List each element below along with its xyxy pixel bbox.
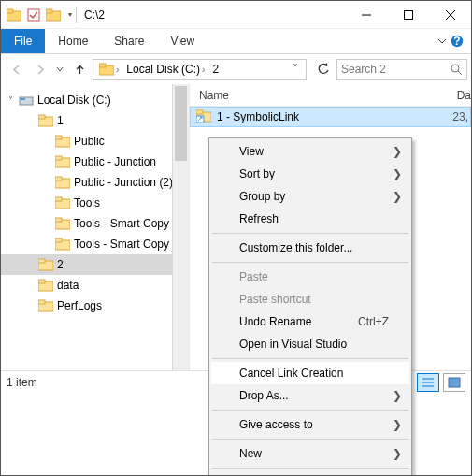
menu-item-label: Undo Rename xyxy=(239,315,311,328)
ribbon-expand[interactable]: ? xyxy=(430,29,471,53)
tree-item[interactable]: PerfLogs xyxy=(1,296,189,316)
menu-item[interactable]: Give access to❯ xyxy=(211,413,409,436)
folder-icon xyxy=(55,135,70,148)
folder-icon xyxy=(38,279,53,292)
svg-rect-4 xyxy=(46,9,52,13)
menu-item[interactable]: Open in Visual Studio xyxy=(211,333,409,355)
tree-item[interactable]: Public - Junction (2) xyxy=(1,172,189,193)
col-date[interactable]: Da xyxy=(457,89,471,102)
svg-rect-30 xyxy=(55,238,62,242)
crumb-drive[interactable]: Local Disk (C:) xyxy=(126,63,200,76)
svg-rect-43 xyxy=(449,378,460,387)
menu-item-label: Customize this folder... xyxy=(239,241,352,254)
tab-home[interactable]: Home xyxy=(45,29,101,53)
up-button[interactable] xyxy=(68,58,91,80)
folder-icon-small xyxy=(46,8,61,22)
search-icon xyxy=(451,64,463,76)
tree-item[interactable]: 2 xyxy=(1,254,189,275)
chevron-right-icon: ❯ xyxy=(393,145,402,158)
menu-item[interactable]: Properties xyxy=(211,471,409,476)
file-tab[interactable]: File xyxy=(1,29,45,53)
thumbnails-view-button[interactable] xyxy=(443,373,465,392)
scrollbar-thumb[interactable] xyxy=(175,86,187,161)
svg-rect-34 xyxy=(38,280,45,283)
close-button[interactable] xyxy=(429,1,471,29)
menu-separator xyxy=(212,410,408,411)
folder-icon xyxy=(55,155,70,168)
tree-item[interactable]: data xyxy=(1,275,189,296)
chevron-down-icon xyxy=(437,36,447,46)
svg-rect-32 xyxy=(38,259,45,263)
menu-item: Paste shortcut xyxy=(211,288,409,310)
collapse-icon[interactable]: ˅ xyxy=(8,95,13,106)
search-placeholder: Search 2 xyxy=(341,63,386,76)
svg-rect-12 xyxy=(99,64,106,67)
window-title: C:\2 xyxy=(80,8,105,22)
list-header[interactable]: Name Da xyxy=(190,84,471,107)
nav-tree[interactable]: ˅Local Disk (C:)1PublicPublic - Junction… xyxy=(1,84,190,370)
menu-item-label: Paste xyxy=(239,270,268,283)
menu-item[interactable]: Sort by❯ xyxy=(211,163,409,185)
chevron-right-icon: ❯ xyxy=(393,167,402,180)
menu-item[interactable]: Refresh xyxy=(211,208,409,230)
svg-rect-24 xyxy=(55,177,62,180)
list-row[interactable]: 1 - SymbolicLink23, xyxy=(190,107,471,127)
svg-rect-36 xyxy=(38,300,45,304)
menu-separator xyxy=(212,358,408,359)
refresh-button[interactable] xyxy=(312,58,335,80)
folder-icon xyxy=(38,258,53,271)
menu-separator xyxy=(212,439,408,440)
tree-item[interactable]: Tools - Smart Copy xyxy=(1,213,189,234)
forward-button[interactable] xyxy=(29,58,51,80)
col-name[interactable]: Name xyxy=(195,89,457,102)
maximize-button[interactable] xyxy=(387,1,429,29)
qat-dropdown-icon[interactable]: ▾ xyxy=(68,10,72,19)
back-button[interactable] xyxy=(5,58,27,80)
menu-item-label: Paste shortcut xyxy=(239,293,311,306)
folder-icon xyxy=(55,217,70,230)
menu-item-label: New xyxy=(239,447,262,460)
menu-item-label: Open in Visual Studio xyxy=(239,338,347,351)
menu-item[interactable]: View❯ xyxy=(211,140,409,163)
chevron-right-icon[interactable]: › xyxy=(202,65,205,75)
tree-root[interactable]: ˅Local Disk (C:) xyxy=(1,90,189,110)
crumb-folder[interactable]: 2 xyxy=(212,63,219,76)
svg-line-14 xyxy=(458,71,462,75)
folder-icon xyxy=(7,8,21,22)
help-icon[interactable]: ? xyxy=(451,35,464,48)
menu-separator xyxy=(212,233,408,234)
folder-icon xyxy=(55,196,70,209)
title-bar: ▾ C:\2 xyxy=(1,1,471,29)
menu-item[interactable]: New❯ xyxy=(211,442,409,465)
svg-point-13 xyxy=(451,65,459,72)
svg-rect-2 xyxy=(28,9,39,21)
menu-item[interactable]: Cancel Link Creation xyxy=(211,362,409,384)
details-view-button[interactable] xyxy=(417,373,439,392)
svg-rect-6 xyxy=(404,10,412,19)
recent-dropdown[interactable] xyxy=(53,58,66,80)
menu-item[interactable]: Group by❯ xyxy=(211,185,409,208)
tree-item[interactable]: Public - Junction xyxy=(1,151,189,172)
menu-shortcut: Ctrl+Z xyxy=(358,315,389,328)
svg-rect-26 xyxy=(55,197,62,201)
chevron-right-icon: ❯ xyxy=(393,447,402,460)
chevron-right-icon[interactable]: › xyxy=(116,65,119,75)
address-dropdown-icon[interactable]: ˅ xyxy=(287,63,304,76)
tree-item[interactable]: 1 xyxy=(1,110,189,131)
menu-item[interactable]: Customize this folder... xyxy=(211,237,409,259)
address-bar[interactable]: › Local Disk (C:)› 2 ˅ xyxy=(93,59,307,80)
folder-icon xyxy=(55,176,70,189)
tab-view[interactable]: View xyxy=(157,29,207,53)
menu-separator xyxy=(212,468,408,469)
qat-check-icon[interactable] xyxy=(27,8,40,22)
tree-item[interactable]: Tools xyxy=(1,193,189,213)
menu-item[interactable]: Undo RenameCtrl+Z xyxy=(211,310,409,333)
svg-rect-28 xyxy=(55,218,62,222)
folder-icon xyxy=(38,114,53,127)
minimize-button[interactable] xyxy=(345,1,387,29)
menu-item[interactable]: Drop As...❯ xyxy=(211,384,409,407)
tab-share[interactable]: Share xyxy=(101,29,157,53)
search-input[interactable]: Search 2 xyxy=(336,59,467,80)
tree-item[interactable]: Public xyxy=(1,131,189,151)
tree-item[interactable]: Tools - Smart Copy (2) xyxy=(1,234,189,254)
